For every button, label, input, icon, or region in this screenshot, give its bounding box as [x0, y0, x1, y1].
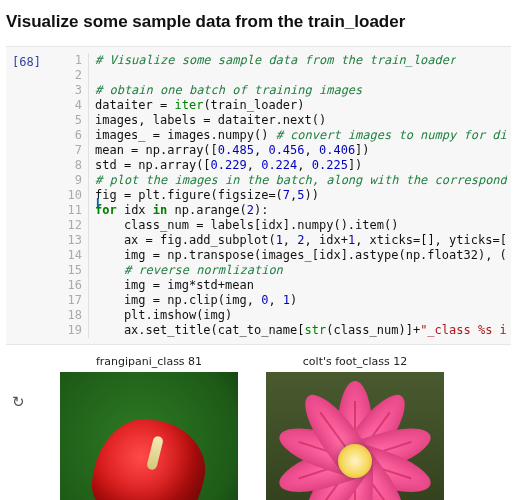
code-line[interactable]: 6images_ = images.numpy() # convert imag…: [60, 128, 507, 143]
line-number: 6: [60, 128, 89, 143]
code-line[interactable]: 4dataiter = iter(train_loader): [60, 98, 507, 113]
code-source[interactable]: for idx in np.arange(2):: [89, 203, 268, 218]
line-number: 14: [60, 248, 89, 263]
code-source[interactable]: images_ = images.numpy() # convert image…: [89, 128, 507, 143]
line-number: 9: [60, 173, 89, 188]
figure-image: [266, 372, 444, 500]
code-line[interactable]: 19 ax.set_title(cat_to_name[str(class_nu…: [60, 323, 507, 338]
line-number: 10: [60, 188, 89, 203]
figure-image: [60, 372, 238, 500]
output-area: ↻ frangipani_class 81colt's foot_class 1…: [6, 355, 511, 500]
line-number: 8: [60, 158, 89, 173]
code-source[interactable]: img = np.clip(img, 0, 1): [89, 293, 297, 308]
code-line[interactable]: 3# obtain one batch of training images: [60, 83, 507, 98]
code-source[interactable]: img = np.transpose(images_[idx].astype(n…: [89, 248, 507, 263]
run-icon[interactable]: ↻: [12, 393, 25, 410]
line-number: 16: [60, 278, 89, 293]
section-heading: Visualize some sample data from the trai…: [6, 12, 511, 32]
code-line[interactable]: 16 img = img*std+mean: [60, 278, 507, 293]
line-number: 1: [60, 53, 89, 68]
output-figure: frangipani_class 81: [60, 355, 238, 500]
code-source[interactable]: img = img*std+mean: [89, 278, 254, 293]
code-source[interactable]: images, labels = dataiter.next(): [89, 113, 326, 128]
code-source[interactable]: plt.imshow(img): [89, 308, 232, 323]
figure-title: frangipani_class 81: [60, 355, 238, 368]
code-line[interactable]: 11for idx in np.arange(2):: [60, 203, 507, 218]
line-number: 5: [60, 113, 89, 128]
code-line[interactable]: 14 img = np.transpose(images_[idx].astyp…: [60, 248, 507, 263]
code-cell: [68] 1# Visualize some sample data from …: [6, 46, 511, 345]
code-source[interactable]: class_num = labels[idx].numpy().item(): [89, 218, 398, 233]
code-source[interactable]: ax = fig.add_subplot(1, 2, idx+1, xticks…: [89, 233, 507, 248]
line-number: 13: [60, 233, 89, 248]
line-number: 12: [60, 218, 89, 233]
code-line[interactable]: 10fig = plt.figure(figsize=(7,5)): [60, 188, 507, 203]
line-number: 2: [60, 68, 89, 83]
line-number: 19: [60, 323, 89, 338]
code-source[interactable]: # reverse normlization: [89, 263, 283, 278]
code-line[interactable]: 7mean = np.array([0.485, 0.456, 0.406]): [60, 143, 507, 158]
line-number: 18: [60, 308, 89, 323]
code-source[interactable]: std = np.array([0.229, 0.224, 0.225]): [89, 158, 362, 173]
code-source[interactable]: # obtain one batch of training images: [89, 83, 362, 98]
code-editor[interactable]: 1# Visualize some sample data from the t…: [60, 53, 507, 338]
code-source[interactable]: ax.set_title(cat_to_name[str(class_num)]…: [89, 323, 507, 338]
code-source[interactable]: [89, 68, 95, 83]
output-figure: colt's foot_class 12: [266, 355, 444, 500]
code-source[interactable]: fig = plt.figure(figsize=(7,5)): [89, 188, 319, 203]
code-source[interactable]: # Visualize some sample data from the tr…: [89, 53, 456, 68]
code-line[interactable]: 1# Visualize some sample data from the t…: [60, 53, 507, 68]
code-source[interactable]: mean = np.array([0.485, 0.456, 0.406]): [89, 143, 370, 158]
line-number: 4: [60, 98, 89, 113]
line-number: 17: [60, 293, 89, 308]
line-number: 7: [60, 143, 89, 158]
code-line[interactable]: 2: [60, 68, 507, 83]
line-number: 3: [60, 83, 89, 98]
code-line[interactable]: 8std = np.array([0.229, 0.224, 0.225]): [60, 158, 507, 173]
code-source[interactable]: dataiter = iter(train_loader): [89, 98, 305, 113]
code-line[interactable]: 9# plot the images in the batch, along w…: [60, 173, 507, 188]
code-line[interactable]: 15 # reverse normlization: [60, 263, 507, 278]
code-source[interactable]: # plot the images in the batch, along wi…: [89, 173, 507, 188]
code-line[interactable]: 5images, labels = dataiter.next(): [60, 113, 507, 128]
exec-count-prompt: [68]: [10, 53, 60, 338]
code-line[interactable]: 13 ax = fig.add_subplot(1, 2, idx+1, xti…: [60, 233, 507, 248]
line-number: 11: [60, 203, 89, 218]
code-line[interactable]: 17 img = np.clip(img, 0, 1): [60, 293, 507, 308]
line-number: 15: [60, 263, 89, 278]
figure-title: colt's foot_class 12: [266, 355, 444, 368]
output-gutter: ↻: [6, 355, 60, 500]
code-line[interactable]: 12 class_num = labels[idx].numpy().item(…: [60, 218, 507, 233]
code-line[interactable]: 18 plt.imshow(img): [60, 308, 507, 323]
